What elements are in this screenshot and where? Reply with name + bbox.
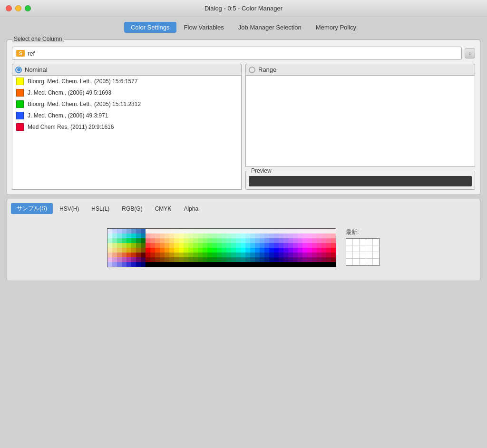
- palette-cell[interactable]: [127, 262, 131, 267]
- palette-cell[interactable]: [141, 248, 146, 253]
- palette-cell[interactable]: [188, 257, 193, 262]
- palette-cell[interactable]: [298, 253, 302, 257]
- palette-cell[interactable]: [307, 262, 312, 267]
- palette-cell[interactable]: [245, 262, 250, 267]
- palette-cell[interactable]: [127, 243, 131, 248]
- palette-cell[interactable]: [312, 248, 317, 253]
- palette-cell[interactable]: [155, 243, 160, 248]
- palette-cell[interactable]: [198, 253, 203, 257]
- list-item[interactable]: Bioorg. Med. Chem. Lett., (2005) 15:11:2…: [12, 98, 241, 110]
- palette-cell[interactable]: [293, 243, 298, 248]
- palette-cell[interactable]: [107, 229, 112, 234]
- palette-cell[interactable]: [203, 229, 207, 234]
- palette-cell[interactable]: [217, 229, 222, 234]
- palette-cell[interactable]: [279, 253, 283, 257]
- palette-cell[interactable]: [222, 238, 226, 243]
- palette-cell[interactable]: [302, 238, 307, 243]
- palette-cell[interactable]: [269, 253, 274, 257]
- palette-cell[interactable]: [131, 248, 136, 253]
- palette-cell[interactable]: [184, 229, 188, 234]
- palette-cell[interactable]: [179, 262, 184, 267]
- palette-cell[interactable]: [326, 253, 331, 257]
- palette-cell[interactable]: [193, 229, 198, 234]
- palette-cell[interactable]: [321, 262, 326, 267]
- palette-cell[interactable]: [117, 243, 122, 248]
- palette-cell[interactable]: [279, 234, 283, 238]
- palette-cell[interactable]: [141, 229, 146, 234]
- palette-cell[interactable]: [160, 234, 165, 238]
- palette-cell[interactable]: [298, 248, 302, 253]
- palette-cell[interactable]: [207, 229, 212, 234]
- palette-cell[interactable]: [198, 234, 203, 238]
- palette-cell[interactable]: [117, 234, 122, 238]
- palette-cell[interactable]: [250, 229, 255, 234]
- list-item[interactable]: Med Chem Res, (2011) 20:9:1616: [12, 121, 241, 133]
- palette-cell[interactable]: [207, 238, 212, 243]
- palette-cell[interactable]: [274, 238, 279, 243]
- palette-cell[interactable]: [302, 248, 307, 253]
- palette-cell[interactable]: [231, 229, 236, 234]
- tab-memory-policy[interactable]: Memory Policy: [309, 22, 363, 33]
- palette-cell[interactable]: [169, 229, 174, 234]
- palette-cell[interactable]: [117, 248, 122, 253]
- maximize-button[interactable]: [25, 5, 31, 11]
- palette-cell[interactable]: [264, 253, 269, 257]
- palette-cell[interactable]: [288, 229, 293, 234]
- palette-cell[interactable]: [179, 229, 184, 234]
- palette-cell[interactable]: [241, 257, 245, 262]
- palette-cell[interactable]: [107, 243, 112, 248]
- palette-cell[interactable]: [326, 243, 331, 248]
- palette-cell[interactable]: [283, 229, 288, 234]
- palette-cell[interactable]: [274, 243, 279, 248]
- palette-cell[interactable]: [179, 243, 184, 248]
- palette-cell[interactable]: [122, 229, 127, 234]
- palette-cell[interactable]: [193, 262, 198, 267]
- palette-cell[interactable]: [150, 262, 155, 267]
- palette-cell[interactable]: [269, 243, 274, 248]
- palette-cell[interactable]: [169, 257, 174, 262]
- palette-cell[interactable]: [136, 248, 141, 253]
- palette-cell[interactable]: [203, 234, 207, 238]
- palette-cell[interactable]: [107, 248, 112, 253]
- palette-cell[interactable]: [293, 229, 298, 234]
- range-radio[interactable]: [249, 67, 255, 73]
- palette-cell[interactable]: [222, 243, 226, 248]
- palette-cell[interactable]: [155, 238, 160, 243]
- palette-cell[interactable]: [269, 238, 274, 243]
- recent-cell[interactable]: [360, 239, 366, 245]
- palette-cell[interactable]: [293, 262, 298, 267]
- palette-cell[interactable]: [331, 248, 336, 253]
- recent-cell[interactable]: [353, 245, 360, 252]
- palette-cell[interactable]: [165, 238, 169, 243]
- palette-cell[interactable]: [260, 238, 264, 243]
- palette-cell[interactable]: [141, 243, 146, 248]
- palette-cell[interactable]: [112, 257, 117, 262]
- column-dropdown[interactable]: S ref: [12, 47, 462, 60]
- palette-cell[interactable]: [136, 238, 141, 243]
- palette-cell[interactable]: [302, 234, 307, 238]
- palette-cell[interactable]: [312, 234, 317, 238]
- palette-cell[interactable]: [331, 257, 336, 262]
- palette-cell[interactable]: [274, 262, 279, 267]
- palette-cell[interactable]: [212, 243, 217, 248]
- recent-cell[interactable]: [360, 252, 366, 259]
- palette-cell[interactable]: [245, 229, 250, 234]
- palette-cell[interactable]: [279, 248, 283, 253]
- palette-cell[interactable]: [260, 253, 264, 257]
- palette-cell[interactable]: [179, 248, 184, 253]
- palette-cell[interactable]: [131, 234, 136, 238]
- palette-cell[interactable]: [217, 257, 222, 262]
- palette-cell[interactable]: [174, 229, 179, 234]
- palette-cell[interactable]: [321, 234, 326, 238]
- palette-cell[interactable]: [184, 234, 188, 238]
- palette-cell[interactable]: [188, 253, 193, 257]
- palette-cell[interactable]: [165, 234, 169, 238]
- palette-cell[interactable]: [217, 248, 222, 253]
- palette-cell[interactable]: [222, 234, 226, 238]
- palette-cell[interactable]: [269, 234, 274, 238]
- palette-cell[interactable]: [146, 238, 150, 243]
- palette-cell[interactable]: [250, 248, 255, 253]
- palette-cell[interactable]: [212, 229, 217, 234]
- palette-cell[interactable]: [207, 248, 212, 253]
- palette-cell[interactable]: [174, 248, 179, 253]
